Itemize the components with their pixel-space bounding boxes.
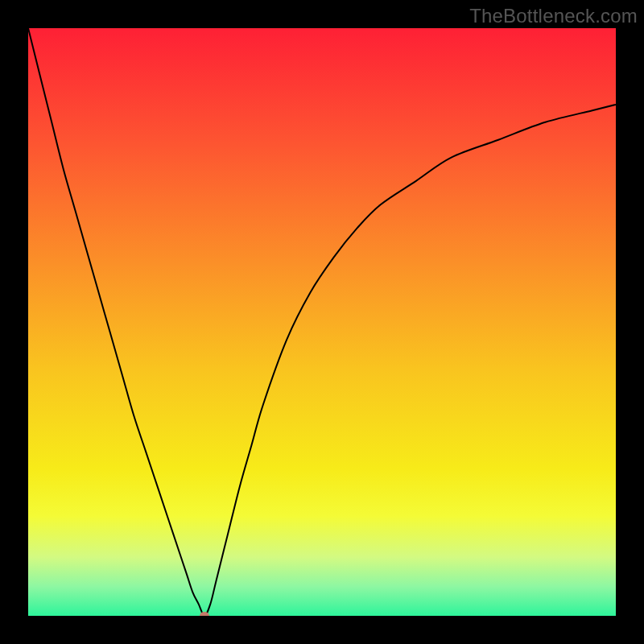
- gradient-background: [28, 28, 616, 616]
- chart-svg: [28, 28, 616, 616]
- watermark-text: TheBottleneck.com: [469, 5, 638, 27]
- plot-area: [28, 28, 616, 616]
- chart-frame: TheBottleneck.com: [0, 0, 644, 644]
